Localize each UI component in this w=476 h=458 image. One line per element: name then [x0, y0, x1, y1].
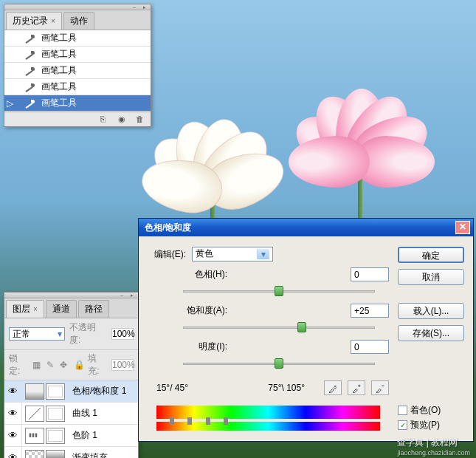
mask-thumbnail[interactable] [46, 428, 65, 444]
saturation-slider[interactable] [183, 321, 375, 335]
history-item[interactable]: 画笔工具 [4, 63, 151, 79]
tab-history[interactable]: 历史记录× [6, 12, 62, 30]
hue-slider[interactable] [183, 284, 375, 299]
snapshot-icon[interactable]: ⎘ [100, 115, 111, 125]
opacity-input[interactable]: 100% [111, 328, 134, 340]
save-button[interactable]: 存储(S)... [398, 325, 464, 341]
tab-channels[interactable]: 通道 [46, 300, 77, 318]
dialog-title: 色相/饱和度 [145, 222, 191, 234]
history-item-current[interactable]: ▷画笔工具 [4, 95, 151, 112]
angle-range-2: 75°\ 105° [268, 383, 305, 393]
layer-row[interactable]: 👁 色相/饱和度 1 [4, 380, 138, 403]
layer-thumbnail[interactable] [25, 428, 44, 444]
brush-icon [24, 98, 35, 109]
brush-icon [24, 81, 35, 93]
ok-button[interactable]: 确定 [398, 247, 464, 263]
eyedropper-plus-icon[interactable] [348, 380, 365, 395]
fill-label: 填充: [88, 352, 108, 377]
layer-name: 色相/饱和度 1 [68, 385, 138, 397]
lock-label: 锁定: [9, 352, 29, 377]
preview-checkbox[interactable]: ✓ [398, 420, 407, 430]
eyedropper-minus-icon[interactable] [371, 380, 389, 395]
lock-all-icon[interactable]: 🔒 [74, 360, 84, 370]
minimize-icon[interactable]: – [117, 293, 126, 298]
history-item[interactable]: 画笔工具 [4, 79, 151, 95]
dialog-titlebar[interactable]: 色相/饱和度 ✕ [139, 219, 473, 236]
lock-position-icon[interactable]: ✥ [60, 360, 70, 370]
lightness-input[interactable] [351, 340, 389, 354]
expand-icon[interactable]: ▸ [128, 293, 137, 298]
layer-thumbnail[interactable] [25, 383, 44, 400]
minimize-icon[interactable]: – [130, 4, 139, 10]
panel-titlebar[interactable]: – ▸ [4, 293, 138, 298]
new-snapshot-icon[interactable]: ◉ [118, 115, 128, 125]
hue-label: 色相(H): [148, 268, 236, 281]
blend-mode-select[interactable]: 正常 [9, 327, 65, 341]
edit-label: 编辑(E): [148, 248, 192, 261]
layer-name: 渐变填充 ... [68, 451, 138, 458]
mask-thumbnail[interactable] [46, 383, 65, 400]
layer-name: 色阶 1 [68, 429, 138, 442]
saturation-input[interactable] [351, 304, 389, 318]
load-button[interactable]: 载入(L)... [398, 303, 464, 319]
hue-input[interactable] [351, 267, 389, 281]
brush-icon [24, 49, 35, 61]
visibility-icon[interactable]: 👁 [4, 380, 22, 402]
panel-titlebar[interactable]: – ▸ [4, 4, 151, 10]
layer-thumbnail[interactable] [25, 406, 44, 422]
cancel-button[interactable]: 取消 [398, 269, 464, 285]
history-item[interactable]: 画笔工具 [4, 47, 151, 63]
lock-brush-icon[interactable]: ✎ [46, 360, 57, 370]
close-icon[interactable]: × [33, 305, 38, 313]
lock-pixels-icon[interactable]: ▦ [32, 360, 43, 370]
eyedropper-icon[interactable] [324, 380, 342, 395]
colorize-checkbox[interactable] [398, 406, 407, 415]
close-icon[interactable]: × [51, 17, 55, 25]
angle-range-1: 15°/ 45° [156, 383, 188, 393]
lightness-label: 明度(I): [148, 341, 236, 353]
layer-row[interactable]: 👁 渐变填充 ... [4, 447, 138, 458]
expand-icon[interactable]: ▸ [140, 4, 149, 10]
opacity-label: 不透明度: [69, 321, 107, 346]
preview-label: 预览(P) [410, 419, 440, 431]
layer-thumbnail[interactable] [25, 450, 44, 459]
history-panel: – ▸ 历史记录× 动作 画笔工具 画笔工具 画笔工具 画笔工具 ▷画笔工具 ⎘… [4, 4, 151, 127]
lightness-slider[interactable] [183, 357, 375, 372]
white-lotus [148, 103, 280, 214]
layer-row[interactable]: 👁 曲线 1 [4, 403, 138, 425]
saturation-label: 饱和度(A): [148, 304, 236, 317]
brush-icon [24, 33, 35, 44]
hue-saturation-dialog: 色相/饱和度 ✕ 编辑(E): 黄色 色相(H): 饱和度(A): 明度(I): [138, 218, 474, 442]
pink-lotus [288, 74, 421, 185]
layer-name: 曲线 1 [68, 407, 138, 420]
watermark: 查字典 | 教程网 jiaocheng.chazidian.com [397, 437, 470, 457]
mask-thumbnail[interactable] [46, 450, 65, 459]
tab-paths[interactable]: 路径 [78, 300, 109, 318]
layers-panel: – ▸ 图层× 通道 路径 正常 不透明度: 100% 锁定: ▦ ✎ ✥ 🔒 … [4, 292, 139, 458]
current-marker-icon: ▷ [6, 98, 13, 109]
brush-icon [24, 65, 35, 77]
fill-input[interactable]: 100% [111, 359, 134, 371]
hue-spectrum-lower[interactable] [156, 422, 380, 431]
tab-actions[interactable]: 动作 [63, 12, 94, 30]
edit-select[interactable]: 黄色 [192, 247, 273, 262]
visibility-icon[interactable]: 👁 [4, 403, 22, 424]
visibility-icon[interactable]: 👁 [4, 447, 22, 458]
layer-row[interactable]: 👁 色阶 1 [4, 425, 138, 447]
colorize-label: 着色(O) [410, 404, 441, 417]
tab-layers[interactable]: 图层× [6, 300, 44, 318]
visibility-icon[interactable]: 👁 [4, 425, 22, 446]
history-item[interactable]: 画笔工具 [4, 30, 151, 47]
trash-icon[interactable]: 🗑 [136, 115, 146, 125]
close-button[interactable]: ✕ [455, 221, 470, 234]
mask-thumbnail[interactable] [46, 406, 65, 422]
